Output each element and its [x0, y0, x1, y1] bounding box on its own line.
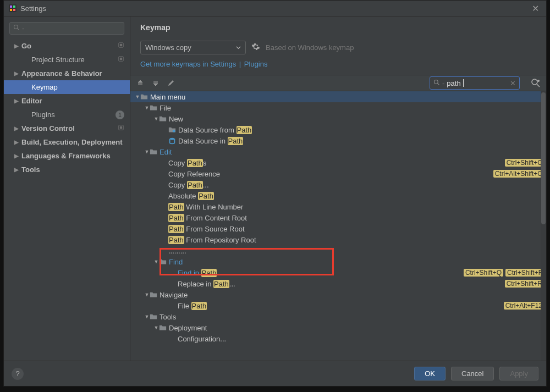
edit-icon[interactable] [167, 79, 175, 87]
cancel-button[interactable]: Cancel [451, 367, 494, 380]
sidebar-item-appearance-behavior[interactable]: ▶Appearance & Behavior [4, 67, 130, 80]
keymap-tree[interactable]: ▼Main menu▼File▼NewData Source from Path… [130, 91, 546, 361]
tree-row[interactable]: ▼New [130, 113, 546, 124]
page-title: Keymap [130, 16, 546, 34]
sidebar-item-label: Tools [21, 165, 40, 174]
plugins-link[interactable]: Plugins [244, 60, 268, 68]
current-project-icon [118, 124, 124, 132]
tree-row[interactable]: Path With Line Number [130, 201, 546, 212]
sidebar-item-label: Go [21, 42, 31, 50]
based-on-text: Based on Windows keymap [266, 43, 354, 52]
expand-all-icon[interactable] [136, 79, 145, 87]
sidebar-item-languages-frameworks[interactable]: ▶Languages & Frameworks [4, 149, 130, 163]
shortcut-badge: Ctrl+Shift+F [505, 269, 544, 277]
tree-row[interactable]: File PathCtrl+Alt+F12 [130, 300, 546, 311]
svg-point-17 [537, 80, 540, 82]
apply-button[interactable]: Apply [499, 367, 538, 380]
dialog-button-bar: ? OK Cancel Apply [4, 361, 546, 386]
chevron-right-icon: ▶ [14, 139, 19, 145]
expand-toggle-icon[interactable]: ▼ [144, 314, 150, 319]
titlebar: Settings ✕ [4, 1, 546, 16]
find-shortcut-icon[interactable] [531, 78, 541, 88]
collapse-all-icon[interactable] [151, 79, 160, 87]
sidebar-item-keymap[interactable]: Keymap [4, 80, 130, 94]
tree-row[interactable]: ▼Edit [130, 146, 546, 157]
sidebar-item-label: Keymap [31, 83, 58, 91]
tree-row[interactable]: ▼Tools [130, 311, 546, 322]
chevron-right-icon: ▶ [14, 98, 19, 104]
clear-search-icon[interactable]: ✕ [510, 79, 516, 87]
svg-rect-18 [173, 130, 175, 132]
tree-row[interactable]: Copy ReferenceCtrl+Alt+Shift+C [130, 168, 546, 179]
tree-row[interactable]: Replace in Path...Ctrl+Shift+R [130, 278, 546, 289]
shortcut-badge: Ctrl+Alt+F12 [504, 302, 544, 310]
sidebar-item-plugins[interactable]: Plugins1 [4, 108, 130, 122]
svg-line-14 [438, 83, 439, 85]
sidebar-item-tools[interactable]: ▶Tools [4, 163, 130, 176]
tree-row[interactable]: Path From Content Root [130, 212, 546, 223]
svg-rect-8 [120, 44, 122, 46]
expand-toggle-icon[interactable]: ▼ [144, 105, 150, 111]
tree-row[interactable]: ▼Navigate [130, 289, 546, 300]
sidebar-item-go[interactable]: ▶Go [4, 39, 130, 53]
tree-row[interactable]: Path From Repository Root [130, 234, 546, 245]
expand-toggle-icon[interactable]: ▼ [135, 94, 140, 100]
search-icon [433, 79, 440, 87]
expand-toggle-icon[interactable]: ▼ [153, 259, 159, 264]
sidebar-item-version-control[interactable]: ▶Version Control [4, 122, 130, 135]
scrollbar-thumb[interactable] [541, 92, 546, 224]
keymap-scheme-select[interactable]: Windows copy [140, 41, 246, 54]
tree-row-label: Navigate [160, 291, 188, 299]
expand-toggle-icon[interactable]: ▼ [153, 325, 159, 330]
database-icon [168, 137, 176, 145]
tree-row[interactable]: ▼Main menu [130, 91, 546, 102]
settings-link[interactable]: Settings [210, 60, 236, 68]
chevron-down-icon [236, 43, 241, 52]
tree-row-label: Absolute Path [168, 192, 214, 200]
folder-icon [150, 291, 157, 299]
folder-icon [159, 115, 167, 123]
svg-rect-3 [10, 9, 12, 11]
svg-point-15 [532, 79, 537, 85]
tree-row[interactable]: ▼Find [130, 256, 546, 267]
tree-row[interactable]: Copy PathsCtrl+Shift+C [130, 157, 546, 168]
tree-row-label: New [169, 115, 183, 123]
chevron-right-icon: ▶ [14, 153, 19, 159]
tree-row[interactable]: ▼Deployment [130, 322, 546, 333]
tree-row[interactable]: Copy Path... [130, 179, 546, 190]
svg-rect-2 [13, 5, 15, 8]
expand-toggle-icon[interactable]: ▼ [153, 116, 159, 122]
close-icon[interactable]: ✕ [529, 3, 542, 14]
ok-button[interactable]: OK [414, 367, 446, 380]
tree-row[interactable]: Data Source from Path [130, 124, 546, 135]
gear-icon[interactable] [251, 42, 260, 53]
shortcut-badge: Ctrl+Shift+C [505, 159, 544, 167]
tree-row-label: Path From Repository Root [168, 236, 256, 244]
expand-toggle-icon[interactable]: ▼ [144, 149, 150, 154]
keymap-scheme-value: Windows copy [145, 43, 191, 52]
sidebar-item-project-structure[interactable]: Project Structure [4, 53, 130, 67]
tree-row[interactable]: ▼File [130, 102, 546, 113]
keymap-action-search-input[interactable]: - path ✕ [430, 76, 520, 90]
tree-row[interactable]: ......... [130, 245, 546, 256]
sidebar-item-editor[interactable]: ▶Editor [4, 94, 130, 108]
tree-row-label: Find [169, 258, 183, 266]
search-icon [13, 24, 20, 32]
svg-rect-10 [120, 58, 122, 60]
svg-point-13 [435, 80, 438, 84]
chevron-right-icon: ▶ [14, 125, 19, 131]
sidebar-search-input[interactable]: - [9, 22, 124, 35]
tree-row[interactable]: Data Source in Path [130, 135, 546, 146]
scrollbar[interactable] [541, 91, 546, 361]
settings-main-panel: Keymap Windows copy Based on Windows key… [130, 16, 546, 361]
svg-line-6 [18, 29, 19, 30]
tree-row[interactable]: Find in Path...Ctrl+Shift+QCtrl+Shift+F [130, 267, 546, 278]
help-button[interactable]: ? [12, 368, 24, 380]
tree-row[interactable]: Absolute Path [130, 190, 546, 201]
tree-row[interactable]: Configuration... [130, 333, 546, 344]
sidebar-item-build-execution-deployment[interactable]: ▶Build, Execution, Deployment [4, 135, 130, 149]
expand-toggle-icon[interactable]: ▼ [144, 292, 150, 297]
tree-row[interactable]: Path From Source Root [130, 223, 546, 234]
keymap-tree-toolbar: - path ✕ [130, 75, 546, 91]
svg-line-16 [537, 84, 540, 87]
